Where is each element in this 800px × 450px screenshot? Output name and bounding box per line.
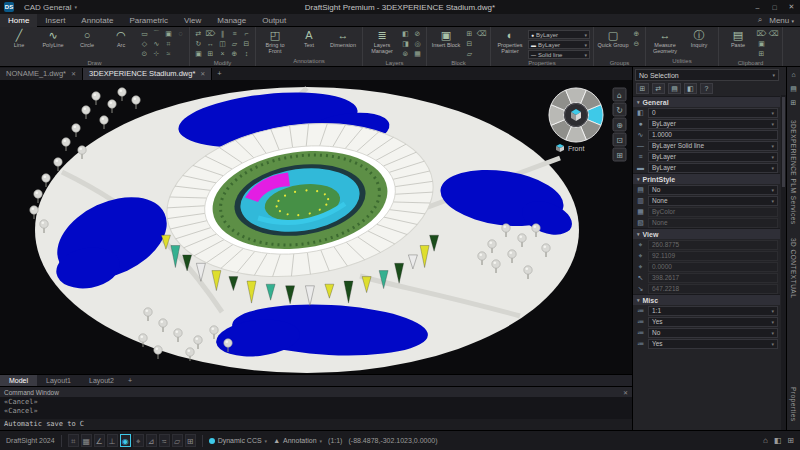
layout-tab-layout1[interactable]: Layout1 — [37, 375, 80, 387]
ribbon-tool-icon[interactable]: ∥ — [217, 29, 228, 39]
navigation-wheel[interactable] — [549, 88, 603, 142]
close-icon[interactable]: ✕ — [71, 68, 76, 80]
menu-tab-annotate[interactable]: Annotate — [73, 14, 121, 27]
ribbon-tool-icon[interactable]: ◨ — [400, 39, 411, 49]
ribbon-tool-icon[interactable]: ⌒ — [151, 29, 162, 39]
ribbon-tool-icon[interactable]: ⌐ — [241, 29, 252, 39]
ribbon-tool-icon[interactable]: ▭ — [139, 29, 150, 39]
ribbon-tool-icon[interactable]: × — [217, 49, 228, 59]
ribbon-button-insert-block[interactable]: ▣Insert Block — [430, 28, 462, 48]
ribbon-button-circle[interactable]: ○Circle — [71, 28, 103, 48]
section-header-general[interactable]: ▾General — [633, 96, 780, 107]
section-header-printstyle[interactable]: ▾PrintStyle — [633, 173, 780, 184]
property-value[interactable]: ByLayer Solid line▾ — [648, 141, 778, 151]
ribbon-tool-icon[interactable]: ≈ — [163, 49, 174, 59]
status-toggle-icon[interactable]: ⌖ — [133, 434, 144, 447]
ribbon-tool-icon[interactable]: ◧ — [400, 29, 411, 39]
status-icon[interactable]: ⊞ — [787, 436, 794, 445]
strip-tab-3d-contextual[interactable]: 3D CONTEXTUAL — [790, 238, 797, 298]
ribbon-tool-icon[interactable]: ⊕ — [631, 29, 642, 39]
layout-tab-model[interactable]: Model — [0, 375, 37, 387]
ribbon-tool-icon[interactable]: ▱ — [464, 49, 475, 59]
close-button[interactable]: ✕ — [783, 0, 800, 14]
strip-icon[interactable]: ⊞ — [791, 98, 797, 107]
ribbon-tool-icon[interactable]: ▣ — [193, 49, 204, 59]
close-icon[interactable]: ✕ — [200, 68, 205, 80]
strip-icon[interactable]: ⌂ — [791, 70, 795, 79]
panel-tool-icon[interactable]: ⇄ — [652, 83, 665, 94]
ribbon-tool-icon[interactable]: ⊘ — [412, 29, 423, 39]
ribbon-button-arc[interactable]: ◠Arc — [105, 28, 137, 48]
status-icon[interactable]: ◧ — [774, 436, 782, 445]
ribbon-button-bring-to-front[interactable]: ◰Bring to Front — [259, 28, 291, 54]
ribbon-tool-icon[interactable]: ⊖ — [631, 39, 642, 49]
ribbon-button-text[interactable]: AText — [293, 28, 325, 48]
status-toggle-icon[interactable]: ∠ — [94, 434, 105, 447]
property-value[interactable]: 0▾ — [648, 108, 778, 118]
ribbon-tool-icon[interactable]: ▣ — [163, 29, 174, 39]
ribbon-tool-icon[interactable]: ⇄ — [193, 29, 204, 39]
status-toggle-icon[interactable]: ▦ — [81, 434, 92, 447]
status-toggle-icon[interactable]: ◉ — [120, 434, 131, 447]
ribbon-tool-icon[interactable]: ⊞ — [756, 49, 767, 59]
strip-icon[interactable]: ▤ — [790, 84, 797, 93]
ribbon-button-paste[interactable]: ▤Paste — [722, 28, 754, 48]
view-tool-button[interactable]: ⌂ — [613, 88, 626, 101]
property-value[interactable]: None▾ — [648, 196, 778, 206]
ribbon-tool-icon[interactable]: ⌦ — [205, 29, 216, 39]
ribbon-tool-icon[interactable]: ⊙ — [139, 49, 150, 59]
view-tool-button[interactable]: ⊡ — [613, 133, 626, 146]
ribbon-combo-bylayer[interactable]: ●ByLayer▾ — [528, 30, 590, 39]
status-toggle-icon[interactable]: ⊥ — [107, 434, 118, 447]
panel-tool-icon[interactable]: ◧ — [684, 83, 697, 94]
ribbon-tool-icon[interactable]: ◫ — [217, 39, 228, 49]
ribbon-tool-icon[interactable]: ▱ — [229, 39, 240, 49]
menu-button[interactable]: Menu ▾ — [769, 16, 794, 25]
ribbon-tool-icon[interactable]: ⊹ — [151, 49, 162, 59]
ribbon-button-layers-manager[interactable]: ≣Layers Manager — [366, 28, 398, 54]
panel-tool-icon[interactable]: ⊞ — [636, 83, 649, 94]
dynamic-ccs-toggle[interactable]: Dynamic CCS ▾ — [209, 437, 267, 444]
view-tool-button[interactable]: ↻ — [613, 103, 626, 116]
strip-tab-properties[interactable]: Properties — [790, 387, 797, 422]
ribbon-button-properties-painter[interactable]: ◐Properties Painter — [494, 28, 526, 54]
ribbon-tool-icon[interactable]: ◎ — [412, 39, 423, 49]
status-icon[interactable]: ⌂ — [763, 436, 768, 445]
new-layout-button[interactable]: + — [123, 377, 137, 384]
ribbon-tool-icon[interactable]: ▦ — [412, 49, 423, 59]
menu-tab-insert[interactable]: Insert — [37, 14, 73, 27]
ribbon-tool-icon[interactable]: ⊞ — [464, 29, 475, 39]
strip-tab-3dexperience-plm-services[interactable]: 3DEXPERIENCE PLM Services — [790, 120, 797, 225]
ribbon-tool-icon[interactable]: ≡ — [229, 29, 240, 39]
ribbon-tool-icon[interactable]: ◌ — [175, 29, 186, 39]
ribbon-tool-icon[interactable]: ⊜ — [400, 49, 411, 59]
ribbon-combo-bylayer[interactable]: ▬ByLayer▾ — [528, 40, 590, 49]
menu-tab-output[interactable]: Output — [254, 14, 294, 27]
ribbon-tool-icon[interactable]: ↕ — [241, 49, 252, 59]
scrollbar-thumb[interactable] — [782, 97, 785, 187]
property-value[interactable]: 1.0000 — [648, 130, 778, 140]
ribbon-tool-icon[interactable]: ∿ — [151, 39, 162, 49]
ribbon-button-quick-group[interactable]: ▢Quick Group — [597, 28, 629, 48]
command-input-line[interactable]: Automatic save to C — [0, 419, 632, 430]
close-icon[interactable]: ✕ — [623, 389, 628, 396]
property-value[interactable]: Yes▾ — [648, 339, 778, 349]
status-toggle-icon[interactable]: ≈ — [159, 434, 170, 447]
minimize-button[interactable]: – — [749, 0, 766, 14]
section-header-view[interactable]: ▾View — [633, 228, 780, 239]
property-value[interactable]: ByLayer▾ — [648, 163, 778, 173]
ribbon-tool-icon[interactable]: ⌫ — [476, 29, 487, 39]
maximize-button[interactable]: □ — [766, 0, 783, 14]
property-value[interactable]: No▾ — [648, 328, 778, 338]
ribbon-tool-icon[interactable]: ▣ — [756, 39, 767, 49]
property-value[interactable]: ByLayer▾ — [648, 119, 778, 129]
search-icon[interactable]: ⌕ — [758, 15, 762, 25]
doc-tab-3dexperience-stadium-dwg[interactable]: 3DEXPERIENCE Stadium.dwg*✕ — [83, 68, 212, 80]
panel-tool-icon[interactable]: ▤ — [668, 83, 681, 94]
section-header-misc[interactable]: ▾Misc — [633, 294, 780, 305]
new-doc-button[interactable]: + — [212, 68, 226, 80]
menu-tab-manage[interactable]: Manage — [209, 14, 254, 27]
ribbon-tool-icon[interactable]: ↻ — [193, 39, 204, 49]
menu-tab-parametric[interactable]: Parametric — [121, 14, 176, 27]
layout-tab-layout2[interactable]: Layout2 — [80, 375, 123, 387]
